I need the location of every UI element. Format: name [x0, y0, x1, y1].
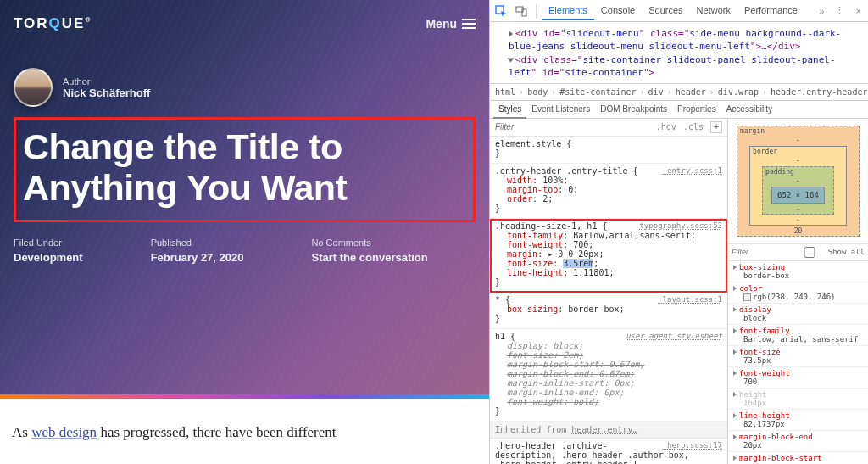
computed-property[interactable]: height164px	[728, 389, 868, 410]
title-highlight-box: Change the Title to Anything You Want	[14, 117, 476, 222]
author-name[interactable]: Nick Schäferhoff	[63, 87, 150, 99]
devtools-panel: ElementsConsoleSourcesNetworkPerformance…	[489, 0, 868, 464]
menu-button[interactable]: Menu	[426, 17, 476, 31]
author-label: Author	[63, 76, 150, 87]
show-all-toggle[interactable]: Show all	[793, 247, 865, 258]
subtab-event-listeners[interactable]: Event Listeners	[526, 101, 595, 118]
styles-subtabs: StylesEvent ListenersDOM BreakpointsProp…	[490, 101, 868, 119]
devtools-tab-sources[interactable]: Sources	[642, 2, 689, 20]
devtools-tab-elements[interactable]: Elements	[542, 2, 594, 20]
computed-property[interactable]: margin-block-start	[728, 452, 868, 464]
avatar[interactable]	[14, 68, 53, 107]
styles-filter-input[interactable]	[495, 122, 653, 131]
filed-under-label: Filed Under	[14, 238, 83, 248]
computed-property[interactable]: colorrgb(238, 240, 246)	[728, 282, 868, 304]
subtab-accessibility[interactable]: Accessibility	[721, 101, 777, 118]
more-tabs-icon[interactable]: »	[815, 6, 827, 16]
highlighted-rule[interactable]: typography.scss:53 .heading--size-1, h1 …	[490, 219, 727, 293]
devtools-tab-performance[interactable]: Performance	[737, 2, 804, 20]
inspect-icon[interactable]	[492, 3, 510, 19]
computed-property[interactable]: margin-block-end20px	[728, 431, 868, 452]
computed-filter-input[interactable]	[732, 248, 793, 256]
devtools-close-icon[interactable]: ×	[851, 6, 866, 16]
cls-toggle[interactable]: .cls	[680, 122, 707, 131]
hero-header: TORQUE® Menu Author Nick Schäferhoff Cha…	[0, 0, 489, 394]
new-style-rule-button[interactable]: +	[710, 121, 722, 133]
hov-toggle[interactable]: :hov	[653, 122, 680, 131]
site-logo[interactable]: TORQUE®	[14, 15, 92, 32]
devtools-tab-console[interactable]: Console	[594, 2, 642, 20]
article-body: As web design has progressed, there have…	[0, 399, 489, 441]
computed-property[interactable]: line-height82.1737px	[728, 410, 868, 431]
web-design-link[interactable]: web design	[31, 424, 97, 440]
computed-property[interactable]: font-weight700	[728, 367, 868, 389]
subtab-dom-breakpoints[interactable]: DOM Breakpoints	[595, 101, 672, 118]
breadcrumb-item[interactable]: body	[527, 87, 548, 97]
breadcrumb-item[interactable]: div.wrap	[718, 87, 759, 97]
hamburger-icon	[462, 19, 476, 29]
computed-property[interactable]: font-size73.5px	[728, 346, 868, 367]
topbar: TORQUE® Menu	[14, 15, 476, 32]
computed-property[interactable]: displayblock	[728, 304, 868, 325]
breadcrumb-item[interactable]: html	[495, 87, 515, 97]
computed-property[interactable]: box-sizingborder-box	[728, 261, 868, 282]
devtools-tab-network[interactable]: Network	[690, 2, 737, 20]
styles-pane[interactable]: :hov .cls + element.style {} _entry.scss…	[490, 119, 728, 464]
breadcrumb-item[interactable]: header.entry-header	[771, 87, 867, 97]
menu-label: Menu	[426, 17, 457, 31]
published-value: February 27, 2020	[151, 251, 244, 264]
devtools-menu-icon[interactable]: ⋮	[832, 5, 848, 16]
breadcrumb-item[interactable]: div	[648, 87, 664, 97]
page-title: Change the Title to Anything You Want	[23, 126, 466, 208]
filed-under-value[interactable]: Development	[14, 251, 83, 264]
breadcrumb-item[interactable]: #site-container	[559, 87, 636, 97]
computed-property[interactable]: font-familyBarlow, arial, sans-serif	[728, 325, 868, 346]
box-model[interactable]: margin - border - padding - 652 × 164 - …	[728, 119, 868, 243]
comments-label: No Comments	[312, 238, 428, 248]
comments-cta[interactable]: Start the conversation	[312, 251, 428, 264]
dom-tree[interactable]: <div id="slideout-menu" class="side-menu…	[490, 22, 868, 83]
devtools-toolbar: ElementsConsoleSourcesNetworkPerformance…	[490, 0, 868, 22]
subtab-styles[interactable]: Styles	[493, 101, 526, 119]
author-row: Author Nick Schäferhoff	[14, 68, 476, 107]
computed-pane[interactable]: margin - border - padding - 652 × 164 - …	[728, 119, 868, 464]
device-toggle-icon[interactable]	[512, 3, 531, 19]
breadcrumb[interactable]: html›body›#site-container›div›header›div…	[490, 83, 868, 101]
breadcrumb-item[interactable]: header	[676, 87, 706, 97]
subtab-properties[interactable]: Properties	[672, 101, 721, 118]
published-label: Published	[151, 238, 244, 248]
